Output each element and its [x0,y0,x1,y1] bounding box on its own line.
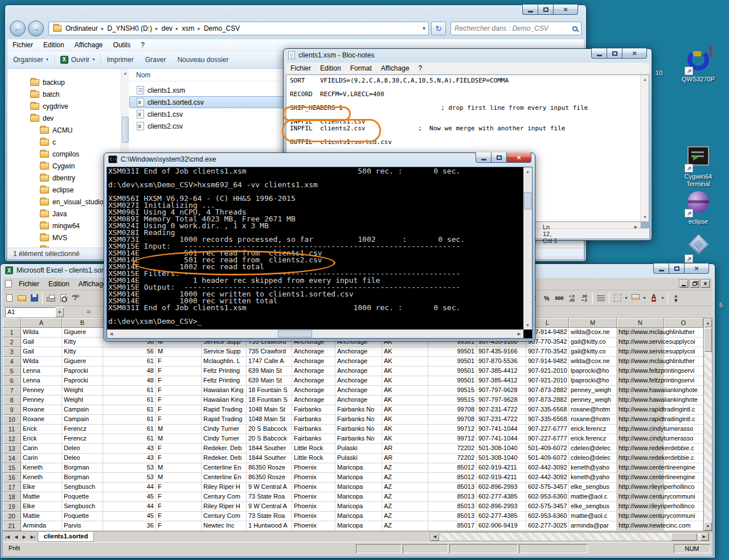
cell[interactable]: 86350 Rosze [247,473,292,483]
cell[interactable]: Ferencz [62,434,103,444]
cell[interactable]: Arminda [21,521,62,531]
cell[interactable]: Service Supp [202,347,247,357]
cell[interactable]: 907-741-1044 [477,434,526,444]
breadcrumb-segment[interactable]: dev [159,24,174,32]
close-button[interactable]: × [622,48,647,59]
indent-icon[interactable] [595,293,607,304]
cell[interactable]: 907-914-9482 [526,357,569,367]
cell[interactable]: cdeleo@delec [569,454,617,463]
scroll-up-icon[interactable]: ▲ [704,319,712,327]
cell[interactable]: Keneth [21,463,62,473]
formula-equals-icon[interactable]: = [87,308,91,316]
cell[interactable]: 99712 [428,434,477,444]
cell[interactable]: F [156,376,202,386]
scroll-up-icon[interactable]: ▲ [641,75,649,84]
cell[interactable]: http://www.centurycommuni [617,512,664,521]
cell[interactable]: 501-308-1040 [477,444,526,454]
cell[interactable]: Feltz Printing [202,367,247,376]
horizontal-scrollbar[interactable]: ◀ ▶ [107,330,523,338]
cell[interactable]: http://www.rapidtradingintl.c [617,405,664,415]
row-header-18[interactable]: 18 [3,492,21,502]
row-header-8[interactable]: 8 [3,396,21,405]
cell[interactable]: roxane@hotm [569,415,617,425]
cell[interactable]: Riley Riper H [202,502,247,512]
cell[interactable]: AK [382,376,428,386]
cell[interactable]: Elke [21,502,62,512]
cell[interactable]: 907-797-9628 [477,386,526,396]
cell[interactable]: M [156,463,202,473]
cell[interactable]: Hawaiian King [202,396,247,405]
cell[interactable]: 86350 Rosze [247,463,292,473]
cell[interactable]: 99501 [428,367,477,376]
cell[interactable]: Maricopa [335,512,382,521]
minimize-button[interactable] [476,153,492,163]
menu-item[interactable]: Outils [108,41,136,49]
cell[interactable]: 99708 [428,405,477,415]
cell[interactable]: Anchorage [335,376,382,386]
cell[interactable]: penney_weigh [569,386,617,396]
breadcrumb-segment[interactable]: Demo_CSV [202,24,242,32]
cell[interactable]: Lenna [21,376,62,386]
cell[interactable]: Paprocki [62,367,103,376]
cell[interactable]: F [156,357,202,367]
maximize-button[interactable] [538,5,554,15]
cell[interactable]: 56 [103,347,156,357]
cell[interactable]: http://www.hawaiiankinghote [617,396,664,405]
cell[interactable]: 18 Fountain S [247,386,292,396]
cell[interactable]: 45 [103,512,156,521]
cell[interactable]: Maricopa [335,521,382,531]
menu-item[interactable]: ? [136,41,150,49]
cell[interactable]: 61 [103,396,156,405]
row-header-12[interactable]: 12 [3,434,21,444]
row-header-21[interactable]: 21 [3,521,21,531]
menu-item[interactable]: Affichage [69,41,108,49]
cell[interactable]: AK [382,434,428,444]
tree-item[interactable]: cygdrive [7,100,121,112]
name-box-dropdown-icon[interactable]: ▼ [55,307,64,317]
cell[interactable]: AK [382,367,428,376]
cell[interactable]: Parvis [62,521,103,531]
cell[interactable]: 907-385-4412 [477,367,526,376]
cell[interactable]: AK [382,347,428,357]
cell[interactable]: 53 [103,473,156,483]
row-header-16[interactable]: 16 [3,473,21,483]
row-header-3[interactable]: 3 [3,347,21,357]
cell[interactable]: F [156,521,202,531]
cell[interactable]: Paprocki [62,376,103,386]
cell[interactable]: 1747 Calle A [247,357,292,367]
column-header-N[interactable]: N [617,318,664,328]
scroll-down-icon[interactable]: ▼ [641,213,649,221]
cell[interactable]: 602-442-3092 [526,463,569,473]
cell[interactable]: 1 Huntwood A [247,521,292,531]
cell[interactable]: 602-953-6360 [526,512,569,521]
cell[interactable]: Deleo [62,454,103,463]
cell[interactable]: 61 [103,386,156,396]
cell[interactable]: 602-906-9419 [477,521,526,531]
desktop-icon-eclipse[interactable]: ↗ eclipse [675,190,721,225]
cell[interactable]: 20 S Babcock [247,434,292,444]
cell[interactable]: Mattie [21,492,62,502]
cell[interactable]: 1844 Souther [247,444,292,454]
tree-item[interactable]: ACMU [7,124,121,136]
cell[interactable]: F [156,444,202,454]
cell[interactable]: AK [382,405,428,415]
cell[interactable]: Giguere [62,357,103,367]
cell[interactable]: M [156,473,202,483]
desktop-icon-cygwin64-terminal[interactable]: ↗ Cygwin64 Terminal [675,144,721,188]
cell[interactable]: Anchorage [335,386,382,396]
maximize-button[interactable] [491,153,507,163]
cell[interactable]: elke_sengbus [569,483,617,492]
row-header-17[interactable]: 17 [3,483,21,492]
maximize-button[interactable] [669,263,685,274]
fill-color-dropdown-icon[interactable]: ▼ [642,296,646,300]
cell[interactable]: 602-277-4385 [477,512,526,521]
cell[interactable]: M [156,347,202,357]
print-icon[interactable] [44,293,57,304]
cell[interactable]: Anchorage [335,357,382,367]
cell[interactable]: 9 W Central A [247,502,292,512]
scrollbar-thumb[interactable] [704,328,712,352]
borders-dropdown-icon[interactable]: ▼ [624,296,628,300]
cell[interactable]: Weight [62,386,103,396]
cell[interactable]: penney_weigh [569,396,617,405]
cell[interactable]: elke_sengbus [569,502,617,512]
